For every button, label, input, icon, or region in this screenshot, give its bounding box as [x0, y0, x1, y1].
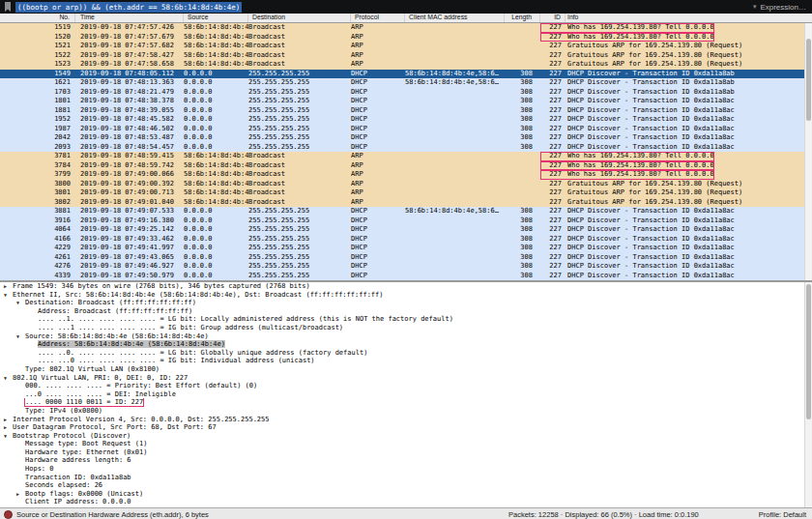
cell-info: Gratuitous ARP for 169.254.139.80 (Reque… [566, 188, 742, 198]
packet-row-1987[interactable]: 19872019-09-18 07:48:46.5020.0.0.0255.25… [0, 125, 812, 134]
cell-len: 308 [505, 70, 540, 79]
cell-dst: 255.255.255.255 [248, 244, 351, 253]
column-header-length[interactable]: Length [505, 14, 540, 22]
packet-row-1549[interactable]: 15492019-09-18 07:48:05.1120.0.0.0255.25… [0, 70, 812, 79]
packet-row-3802[interactable]: 38022019-09-18 07:49:01.04058:6b:14:8d:4… [0, 198, 812, 208]
column-header-id[interactable]: ID [540, 14, 566, 22]
cell-no: 1521 [0, 42, 75, 51]
cell-id: 227 [540, 244, 566, 253]
packet-row-1520[interactable]: 15202019-09-18 07:47:57.67958:6b:14:8d:4… [0, 33, 812, 43]
detail-line[interactable]: Message type: Boot Request (1) [0, 440, 812, 448]
column-header-source[interactable]: Source [184, 14, 248, 22]
detail-line[interactable]: .... ..1. .... .... .... .... = LG bit: … [0, 315, 812, 324]
detail-line[interactable]: ▼Ethernet II, Src: 58:6b:14:8d:4b:4e (58… [0, 291, 812, 300]
row-tail: 227DHCP Discover - Transaction ID 0xda11… [540, 70, 735, 79]
detail-line[interactable]: Hops: 0 [0, 465, 812, 474]
expand-icon[interactable]: ▶ [4, 282, 13, 291]
detail-line[interactable]: ▶User Datagram Protocol, Src Port: 68, D… [0, 423, 812, 432]
annotation-box: 227Who has 169.254.139.80? Tell 0.0.0.0 [540, 23, 714, 33]
column-header-client_mac[interactable]: Client MAC address [405, 14, 505, 22]
expression-button[interactable]: Expression… [760, 3, 808, 12]
column-header-no[interactable]: No. [0, 14, 75, 22]
cell-src: 0.0.0.0 [184, 262, 248, 272]
cell-time: 2019-09-18 07:49:00.392 [75, 180, 184, 189]
detail-line[interactable]: ▼Bootstrap Protocol (Discover) [0, 432, 812, 441]
cell-len [505, 161, 540, 171]
cell-info: Who has 169.254.139.80? Tell 0.0.0.0 [566, 161, 714, 171]
filter-bookmark-icon[interactable] [4, 2, 12, 12]
profile-button[interactable]: Profile: Default [759, 510, 806, 519]
packet-row-4339[interactable]: 43392019-09-18 07:49:50.9790.0.0.0255.25… [0, 272, 812, 281]
scrollbar-thumb[interactable] [806, 284, 811, 419]
packet-row-4064[interactable]: 40642019-09-18 07:49:25.1420.0.0.0255.25… [0, 225, 812, 235]
packet-row-4261[interactable]: 42612019-09-18 07:49:43.0650.0.0.0255.25… [0, 253, 812, 263]
column-header-destination[interactable]: Destination [248, 14, 351, 22]
expand-icon[interactable]: ▶ [4, 423, 13, 432]
packet-row-1521[interactable]: 15212019-09-18 07:47:57.68258:6b:14:8d:4… [0, 42, 812, 51]
expand-icon[interactable]: ▶ [4, 416, 13, 424]
collapse-icon[interactable]: ▼ [4, 291, 13, 300]
detail-line[interactable]: .... ...0 .... .... .... .... = IG bit: … [0, 357, 812, 365]
detail-line[interactable]: Client IP address: 0.0.0.0 [0, 498, 812, 506]
row-tail: 227DHCP Discover - Transaction ID 0xda11… [540, 262, 735, 272]
detail-line[interactable]: .... ..0. .... .... .... .... = LG bit: … [0, 349, 812, 358]
detail-line[interactable]: ...0 .... .... .... = DEI: Ineligible [0, 390, 812, 399]
detail-line[interactable]: Address: Broadcast (ff:ff:ff:ff:ff:ff) [0, 307, 812, 316]
detail-line[interactable]: .... 0000 1110 0011 = ID: 227 [0, 398, 812, 407]
packet-row-1522[interactable]: 15222019-09-18 07:47:58.42758:6b:14:8d:4… [0, 51, 812, 61]
cell-mac [405, 272, 505, 281]
packet-row-3801[interactable]: 38012019-09-18 07:49:00.71358:6b:14:8d:4… [0, 188, 812, 198]
detail-text: Internet Protocol Version 4, Src: 0.0.0.… [13, 416, 270, 423]
detail-line[interactable]: ▼802.1Q Virtual LAN, PRI: 0, DEI: 0, ID:… [0, 374, 812, 383]
detail-line[interactable]: Transaction ID: 0xda11a8ab [0, 474, 812, 482]
packet-row-1881[interactable]: 18812019-09-18 07:48:39.0550.0.0.0255.25… [0, 106, 812, 116]
cell-src: 0.0.0.0 [184, 244, 248, 253]
collapse-icon[interactable]: ▼ [16, 332, 25, 341]
packet-row-4166[interactable]: 41662019-09-18 07:49:33.4620.0.0.0255.25… [0, 235, 812, 245]
packet-row-1952[interactable]: 19522019-09-18 07:48:45.5820.0.0.0255.25… [0, 115, 812, 125]
cell-dst: 255.255.255.255 [248, 207, 351, 216]
packet-row-3800[interactable]: 38002019-09-18 07:49:00.39258:6b:14:8d:4… [0, 180, 812, 189]
detail-line[interactable]: Type: 802.1Q Virtual LAN (0x8100) [0, 365, 812, 374]
cell-src: 0.0.0.0 [184, 70, 248, 79]
packet-row-3781[interactable]: 37812019-09-18 07:48:59.41558:6b:14:8d:4… [0, 152, 812, 161]
packet-row-1519[interactable]: 15192019-09-18 07:47:57.42658:6b:14:8d:4… [0, 23, 812, 33]
packet-row-1801[interactable]: 18012019-09-18 07:48:38.3780.0.0.0255.25… [0, 97, 812, 106]
packet-list-scrollbar[interactable] [804, 23, 812, 280]
scrollbar-thumb[interactable] [806, 39, 811, 121]
collapse-icon[interactable]: ▼ [16, 299, 25, 307]
detail-line[interactable]: 000. .... .... .... = Priority: Best Eff… [0, 382, 812, 390]
packet-row-4276[interactable]: 42762019-09-18 07:49:46.9270.0.0.0255.25… [0, 262, 812, 272]
detail-line[interactable]: ▶Internet Protocol Version 4, Src: 0.0.0… [0, 416, 812, 424]
packet-row-3916[interactable]: 39162019-09-18 07:49:16.3800.0.0.0255.25… [0, 216, 812, 226]
packet-row-3784[interactable]: 37842019-09-18 07:48:59.74258:6b:14:8d:4… [0, 161, 812, 171]
detail-line[interactable]: Type: IPv4 (0x0800) [0, 407, 812, 416]
expand-icon[interactable]: ▶ [16, 490, 25, 499]
detail-line[interactable]: ▶Bootp flags: 0x0000 (Unicast) [0, 490, 812, 499]
details-scrollbar[interactable] [804, 282, 812, 507]
packet-row-2093[interactable]: 20932019-09-18 07:48:54.4570.0.0.0255.25… [0, 143, 812, 153]
detail-line[interactable]: ▶Frame 1549: 346 bytes on wire (2768 bit… [0, 282, 812, 291]
detail-line[interactable]: ▼Source: 58:6b:14:8d:4b:4e (58:6b:14:8d:… [0, 332, 812, 341]
packet-row-4229[interactable]: 42292019-09-18 07:49:41.9970.0.0.0255.25… [0, 244, 812, 253]
column-header-time[interactable]: Time [75, 14, 184, 22]
packet-row-3799[interactable]: 37992019-09-18 07:49:00.06658:6b:14:8d:4… [0, 170, 812, 180]
packet-row-2042[interactable]: 20422019-09-18 07:48:53.4870.0.0.0255.25… [0, 133, 812, 143]
detail-line[interactable]: ▼Destination: Broadcast (ff:ff:ff:ff:ff:… [0, 299, 812, 307]
detail-line[interactable]: Hardware address length: 6 [0, 456, 812, 465]
column-header-protocol[interactable]: Protocol [351, 14, 405, 22]
packet-row-1703[interactable]: 17032019-09-18 07:48:21.4790.0.0.0255.25… [0, 88, 812, 98]
detail-line[interactable]: Hardware type: Ethernet (0x01) [0, 448, 812, 457]
collapse-icon[interactable]: ▼ [4, 432, 13, 441]
packet-row-1523[interactable]: 15232019-09-18 07:47:58.65858:6b:14:8d:4… [0, 60, 812, 70]
packet-row-3881[interactable]: 38812019-09-18 07:49:07.5330.0.0.0255.25… [0, 207, 812, 216]
detail-line[interactable]: Seconds elapsed: 26 [0, 481, 812, 490]
detail-line[interactable]: Address: 58:6b:14:8d:4b:4e (58:6b:14:8d:… [0, 340, 812, 349]
expert-info-icon[interactable] [4, 510, 13, 519]
detail-line[interactable]: .... ...1 .... .... .... .... = IG bit: … [0, 324, 812, 332]
column-header-info[interactable]: Info [566, 14, 812, 22]
display-filter-input[interactable]: ((bootp or arp)) && (eth.addr == 58:6b:1… [15, 2, 242, 13]
collapse-icon[interactable]: ▼ [4, 374, 13, 383]
packet-row-1621[interactable]: 16212019-09-18 07:48:13.3630.0.0.0255.25… [0, 78, 812, 88]
filter-dropdown-icon[interactable]: ▾ [753, 3, 757, 11]
